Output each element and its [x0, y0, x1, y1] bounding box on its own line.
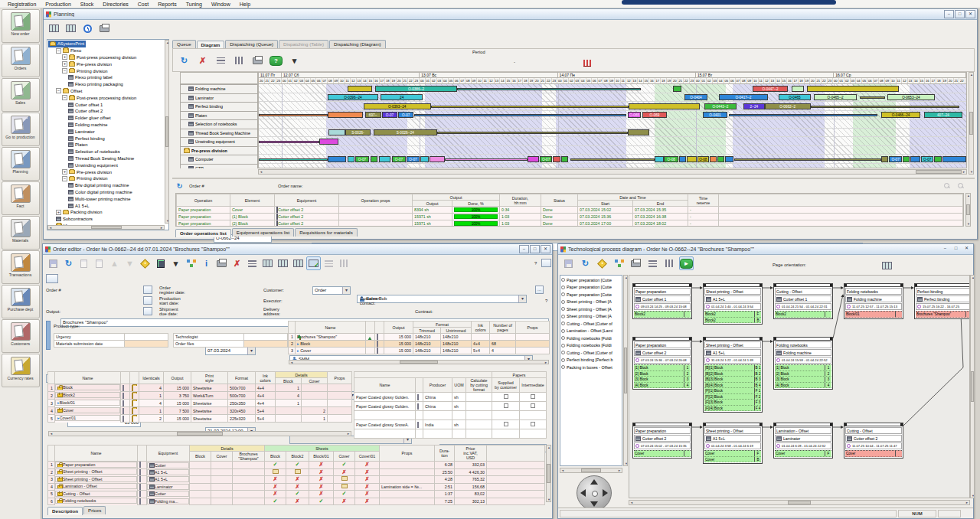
close-button[interactable]: ✕ — [541, 245, 550, 253]
tree-vertical-scrollbar[interactable]: ▲▼ — [165, 40, 169, 224]
gantt-bar[interactable] — [655, 156, 663, 162]
tree-item-pre-press-division[interactable]: +Pre-press division — [48, 168, 168, 175]
tag-icon[interactable] — [138, 256, 152, 270]
tab-equipment-operations-list[interactable]: Equipment operations list — [232, 228, 294, 237]
help-icon[interactable]: ? — [545, 299, 547, 303]
operation-list-item-folding-notebooks-foldi[interactable]: Folding notebooks [Foldi — [561, 335, 621, 342]
tab-queue[interactable]: Queue — [172, 40, 196, 48]
fit-page-icon[interactable] — [880, 259, 894, 273]
grid-link-icon[interactable] — [291, 256, 305, 270]
tree-expand-icon[interactable]: + — [62, 169, 67, 175]
operation-list-item-paper-preparation-cutte[interactable]: Paper preparation [Cutte — [561, 276, 621, 284]
gantt-bar[interactable] — [725, 156, 733, 162]
gantt-bar[interactable] — [570, 158, 655, 161]
gantt-row-label-computer[interactable]: Computer — [180, 155, 258, 165]
tree-item-printing-division[interactable]: −Printing division — [48, 175, 168, 182]
gantt-bar[interactable] — [629, 103, 699, 109]
scale-chart-icon[interactable] — [580, 56, 594, 70]
operation-list-item-sheet-printing-offset-a[interactable]: Sheet printing - Offset [A — [561, 305, 621, 313]
tree-item-offset[interactable]: −Offset — [48, 88, 168, 95]
refresh-icon[interactable]: ↻ — [578, 256, 593, 270]
table-row[interactable]: 4 Lamination - Offset Laminator✗✗✗✗Lamin… — [48, 483, 545, 491]
gantt-bar-o-0465[interactable]: O-0465 — [779, 94, 811, 100]
gantt-bar-o-07[interactable]: O-07 — [407, 156, 420, 162]
gantt-bar[interactable] — [379, 156, 390, 162]
gantt-bar-o-0447-2[interactable]: O-0447--2 — [753, 86, 788, 92]
table-row[interactable] — [354, 429, 547, 439]
filter-icon[interactable] — [645, 256, 660, 270]
tree-item-color-digital-printing-machine[interactable]: Color digital printing machine — [48, 189, 168, 196]
structure-icon[interactable] — [184, 256, 198, 270]
tab-order-operations-list[interactable]: Order operations list — [175, 229, 231, 237]
menu-window[interactable]: Window — [207, 2, 235, 7]
gantt-bar[interactable] — [687, 156, 697, 162]
tab-dispatching-table[interactable]: Dispatching (Table) — [279, 40, 328, 48]
minimize-button[interactable]: − — [940, 245, 950, 253]
table-row[interactable]: Paper Coated glossy Golden.Chinash — [354, 402, 547, 411]
gantt-bar[interactable] — [420, 156, 429, 162]
print-icon[interactable] — [250, 54, 265, 67]
tag-icon[interactable] — [595, 256, 609, 270]
operation-list-item-sheet-printing-offset-a[interactable]: Sheet printing - Offset [A — [561, 299, 621, 306]
gantt-bar-o-07[interactable]: O-07 — [398, 112, 413, 118]
menu-tuning[interactable]: Tuning — [181, 2, 207, 7]
calculator-icon[interactable] — [153, 256, 168, 270]
gantt-bar[interactable] — [319, 139, 339, 145]
gantt-bar-o-0465-2[interactable]: O-0465--2 — [814, 94, 856, 100]
delete-operation-icon[interactable]: ✗ — [195, 54, 210, 67]
process-node-cutting-offset-2-3[interactable]: Cutting - OffsetCutter offset 211.07.25 … — [844, 423, 903, 459]
run-icon[interactable]: ► — [679, 256, 694, 270]
delete-icon[interactable]: ✗ — [230, 256, 244, 270]
sidebar-item-new-order[interactable]: New order — [2, 9, 40, 43]
gantt-bar[interactable] — [717, 156, 724, 162]
gantt-bar[interactable] — [371, 156, 377, 162]
tree-item-packing-division[interactable]: +Packing division — [48, 209, 168, 216]
gantt-bar[interactable] — [259, 141, 319, 143]
gantt-bar[interactable] — [528, 156, 539, 162]
gantt-bar-s-0026-24[interactable]: S-0026--24 — [374, 129, 437, 135]
menu-reports[interactable]: Reports — [153, 2, 181, 7]
tree-expand-icon[interactable]: − — [62, 68, 67, 73]
gantt-bar[interactable] — [348, 156, 354, 162]
operation-list-item-paper-preparation-cutte[interactable]: Paper preparation [Cutte — [561, 291, 621, 299]
tree-item-b-w-digital-printing-machine[interactable]: B/w digital printing machine — [48, 182, 168, 189]
operation-list-item-cutting-offset-cutter-of[interactable]: Cutting - Offset [Cutter of — [561, 320, 621, 328]
operation-list-item-cutting-offset-cutter-of[interactable]: Cutting - Offset [Cutter of — [561, 349, 621, 357]
gantt-bar[interactable] — [328, 156, 346, 162]
sidebar-item-customers[interactable]: Customers — [2, 319, 40, 353]
gantt-bar[interactable] — [628, 129, 649, 135]
grid-icon[interactable] — [260, 256, 275, 270]
table-row[interactable]: 5 ▸ Cover/01215 000Sheetwise225x3205+41 — [48, 415, 352, 423]
gantt-bar-o-065[interactable]: O-065 — [628, 112, 641, 118]
save-icon[interactable] — [561, 256, 576, 270]
radio-icon[interactable] — [561, 358, 565, 362]
tree-item-printing-division[interactable]: −Printing division — [48, 67, 168, 74]
close-button[interactable]: ✕ — [962, 245, 972, 253]
tree-item-pre-press-division[interactable]: +Pre-press division — [48, 60, 168, 67]
name-edit-button[interactable] — [46, 274, 58, 283]
tree-expand-icon[interactable]: − — [62, 176, 67, 181]
doc-type-combo[interactable]: Order — [312, 286, 351, 295]
gantt-bar[interactable] — [910, 156, 920, 162]
process-node-perfect-binding-0-4[interactable]: Perfect bindingPerfect binding15.07.25 1… — [914, 283, 970, 319]
gantt-bar[interactable] — [934, 156, 941, 162]
gantt-bar-2-24[interactable]: 2--24 — [743, 103, 765, 109]
menu-cost[interactable]: Cost — [133, 2, 153, 7]
radio-icon[interactable] — [561, 307, 565, 311]
gantt-bar[interactable] — [259, 158, 328, 161]
gantt-bar-s-0026[interactable]: S-0026- — [345, 129, 371, 135]
print-icon[interactable] — [97, 21, 112, 35]
menu-production[interactable]: Production — [41, 2, 75, 7]
new-doc-icon[interactable] — [77, 256, 91, 270]
gantt-bar[interactable] — [431, 106, 629, 108]
table-row[interactable] — [354, 411, 547, 420]
tree-item-flexo[interactable]: −Flexo — [48, 47, 168, 54]
supplied-checkbox[interactable] — [504, 422, 508, 426]
diagram-add-icon[interactable] — [64, 21, 78, 35]
process-node-cutting-offset-0-2[interactable]: Cutting - OffsetCutter offset 101.04.24 … — [773, 283, 833, 319]
process-node-paper-preparation-2-0[interactable]: Paper preparationCutter offset 207.03.24… — [632, 423, 692, 459]
gantt-bar[interactable] — [679, 156, 686, 162]
operations-vertical-scrollbar[interactable]: ▲▼ — [965, 193, 971, 227]
intermediate-checkbox[interactable] — [531, 422, 535, 426]
gantt-row-label-selection-of-notebooks[interactable]: Selection of notebooks — [180, 120, 258, 129]
